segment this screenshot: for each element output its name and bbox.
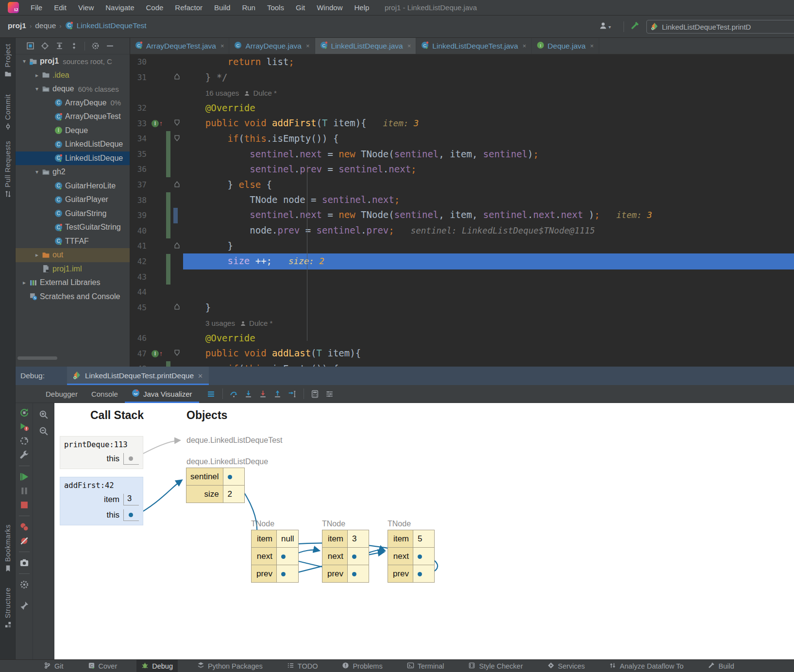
- breadcrumb-item[interactable]: proj1: [8, 21, 26, 30]
- frames-view-icon[interactable]: [204, 387, 219, 400]
- toolwindow-button-analyze-dataflow-to[interactable]: Analyze Dataflow To: [604, 660, 688, 672]
- toolwindow-button-style-checker[interactable]: Style Checker: [463, 660, 527, 672]
- tree-item-guitarstring[interactable]: CGuitarString: [16, 207, 130, 221]
- tree-item-proj1[interactable]: ▾proj1sources root, C: [16, 54, 130, 68]
- menu-item-help[interactable]: Help: [350, 1, 374, 14]
- toolwindow-button-build[interactable]: Build: [703, 660, 739, 672]
- menu-item-file[interactable]: File: [26, 1, 47, 14]
- toolwindow-button-todo[interactable]: TODO: [282, 660, 323, 672]
- tab-java-visualizer[interactable]: Java Visualizer: [125, 385, 199, 403]
- line-number[interactable]: 37: [130, 180, 152, 189]
- usages-hint[interactable]: 16 usages: [205, 89, 239, 97]
- fold-marker-icon[interactable]: [170, 119, 183, 128]
- tree-item-guitarplayer[interactable]: CGuitarPlayer: [16, 193, 130, 207]
- evaluate-expression-icon[interactable]: [308, 387, 322, 400]
- close-icon[interactable]: ×: [407, 42, 411, 50]
- stripe-item-project[interactable]: Project: [0, 44, 16, 80]
- toolwindow-button-terminal[interactable]: Terminal: [402, 660, 449, 672]
- zoom-out-icon[interactable]: [39, 426, 49, 436]
- line-number[interactable]: 39: [130, 211, 152, 220]
- menu-item-refactor[interactable]: Refactor: [170, 1, 207, 14]
- layout-settings-icon[interactable]: [322, 387, 337, 400]
- line-number[interactable]: 40: [130, 226, 152, 235]
- chevron-down-icon[interactable]: ▾: [32, 85, 42, 92]
- menu-item-edit[interactable]: Edit: [49, 1, 71, 14]
- toolwindow-button-services[interactable]: Services: [542, 660, 590, 672]
- stop-icon[interactable]: [19, 500, 29, 510]
- tree-item-linkedlistdeque[interactable]: CLinkedListDeque: [16, 151, 130, 166]
- view-breakpoints-icon[interactable]: [19, 522, 29, 532]
- fold-marker-icon[interactable]: [170, 134, 183, 143]
- menu-item-run[interactable]: Run: [237, 1, 260, 14]
- toolwindow-button-cover[interactable]: CCover: [83, 660, 122, 672]
- horizontal-scrollbar[interactable]: [17, 356, 57, 360]
- usages-hint[interactable]: 3 usages: [205, 319, 235, 327]
- overriding-method-icon[interactable]: I↑: [152, 119, 166, 127]
- chevron-right-icon[interactable]: ▸: [32, 72, 42, 79]
- menu-item-build[interactable]: Build: [209, 1, 235, 14]
- tree-item-deque[interactable]: ▾deque60% classes: [16, 82, 130, 96]
- line-number[interactable]: 45: [130, 303, 152, 312]
- overriding-method-icon[interactable]: I↑: [152, 350, 166, 357]
- line-number[interactable]: 46: [130, 334, 152, 343]
- debug-session-tab[interactable]: LinkedListDequeTest.printDeque ✕: [67, 367, 209, 385]
- tree-item-linkedlistdeque[interactable]: CLinkedListDeque: [16, 137, 130, 151]
- rerun-failed-icon[interactable]: [19, 422, 29, 432]
- line-number[interactable]: 41: [130, 241, 152, 251]
- close-icon[interactable]: ✕: [198, 372, 203, 380]
- pin-icon[interactable]: [19, 601, 29, 610]
- line-number[interactable]: 32: [130, 103, 152, 113]
- stack-frame-printDeque[interactable]: printDeque:113this: [60, 436, 143, 469]
- tree-item-proj1-iml[interactable]: proj1.iml: [16, 262, 130, 276]
- line-number[interactable]: 31: [130, 73, 152, 82]
- editor-tab-arraydeque-java[interactable]: CArrayDeque.java×: [229, 38, 315, 54]
- line-number[interactable]: 34: [130, 134, 152, 143]
- editor-tab-deque-java[interactable]: IDeque.java×: [532, 38, 599, 54]
- step-out-icon[interactable]: [270, 387, 285, 400]
- code-editor[interactable]: 30 return list;31 } */16 usages Dulce *3…: [130, 54, 794, 367]
- fold-marker-icon[interactable]: [170, 349, 183, 358]
- stripe-item-pull-requests[interactable]: Pull Requests: [0, 141, 16, 200]
- gear-icon[interactable]: [19, 580, 29, 589]
- menu-item-git[interactable]: Git: [291, 1, 310, 14]
- hide-panel-icon[interactable]: [106, 42, 114, 50]
- rerun-icon[interactable]: [19, 408, 29, 418]
- close-icon[interactable]: ×: [590, 42, 594, 50]
- chevron-down-icon[interactable]: ▾: [19, 58, 29, 65]
- line-number[interactable]: 33: [130, 119, 152, 128]
- tab-console[interactable]: Console: [84, 385, 125, 403]
- chevron-right-icon[interactable]: ▸: [19, 279, 29, 286]
- toolwindow-button-debug[interactable]: Debug: [136, 660, 178, 672]
- locate-icon[interactable]: [41, 42, 49, 50]
- fold-marker-icon[interactable]: [170, 242, 183, 251]
- tab-debugger[interactable]: Debugger: [39, 385, 84, 403]
- step-into-icon[interactable]: [241, 387, 256, 400]
- toolwindow-button-git[interactable]: Git: [39, 660, 68, 672]
- tree-item-external-libraries[interactable]: ▸External Libraries: [16, 276, 130, 290]
- resume-icon[interactable]: [19, 472, 29, 482]
- breadcrumb-item[interactable]: LinkedListDequeTest: [77, 21, 147, 30]
- pause-icon[interactable]: [19, 486, 29, 496]
- tree-item-ttfaf[interactable]: CTTFAF: [16, 235, 130, 249]
- zoom-in-icon[interactable]: [39, 410, 49, 420]
- tree-item-guitarherolite[interactable]: CGuitarHeroLite: [16, 179, 130, 193]
- close-icon[interactable]: ×: [306, 42, 310, 50]
- stripe-item-structure[interactable]: Structure: [0, 588, 16, 630]
- wrench-icon[interactable]: [19, 450, 29, 460]
- stack-frame-addFirst[interactable]: addFirst:42item3this: [60, 477, 143, 525]
- editor-tab-arraydequetest-java[interactable]: CArrayDequeTest.java×: [130, 38, 229, 54]
- step-over-icon[interactable]: [227, 387, 241, 400]
- toolwindow-button-problems[interactable]: Problems: [337, 660, 387, 672]
- breadcrumb-item[interactable]: deque: [35, 21, 56, 30]
- editor-tab-linkedlistdeque-java[interactable]: CLinkedListDeque.java×: [315, 38, 417, 54]
- line-number[interactable]: 42: [130, 257, 152, 266]
- tree-item--idea[interactable]: ▸.idea: [16, 68, 130, 83]
- menu-item-code[interactable]: Code: [141, 1, 168, 14]
- force-step-into-icon[interactable]: [256, 387, 270, 400]
- user-account-button[interactable]: ▾: [599, 21, 611, 32]
- toolwindow-button-python-packages[interactable]: Python Packages: [192, 660, 268, 672]
- menu-item-tools[interactable]: Tools: [262, 1, 289, 14]
- chevron-right-icon[interactable]: ▸: [32, 252, 42, 258]
- run-configuration-select[interactable]: LinkedListDequeTest.printD: [646, 20, 794, 34]
- line-number[interactable]: 44: [130, 287, 152, 297]
